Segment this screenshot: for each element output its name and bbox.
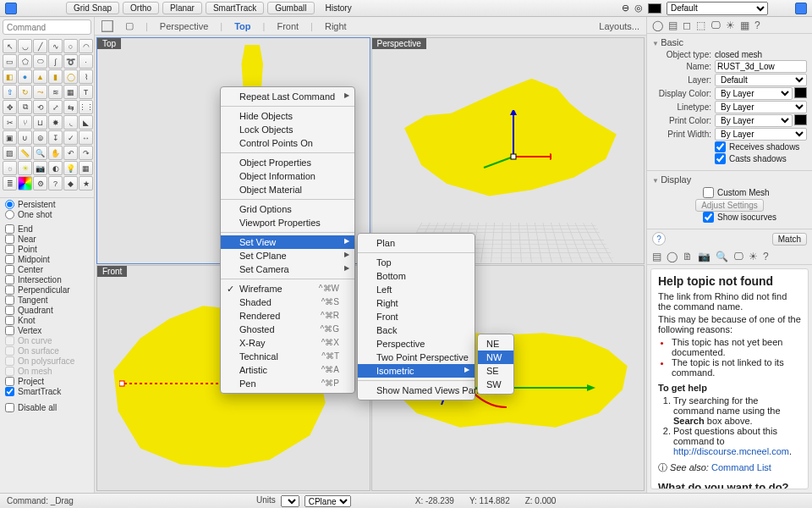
sv-iso[interactable]: Isometric	[358, 364, 475, 378]
help-button[interactable]: ?	[652, 232, 666, 246]
sv-back[interactable]: Back	[358, 323, 475, 337]
h-doc-icon[interactable]: 🗎	[683, 251, 693, 262]
iso-se[interactable]: SE	[478, 364, 513, 378]
submenu-isometric[interactable]: NE NW SE SW	[477, 334, 514, 395]
osnap-quadrant[interactable]: Quadrant	[5, 306, 89, 315]
history-label[interactable]: History	[318, 2, 359, 14]
context-menu[interactable]: Repeat Last Command Hide Objects Lock Ob…	[220, 86, 355, 394]
tool-torus[interactable]: ◯	[63, 69, 78, 84]
custom-mesh[interactable]: Custom Mesh	[703, 187, 807, 198]
tool-line[interactable]: ╱	[33, 39, 47, 53]
tool-render[interactable]: ☼	[3, 161, 17, 175]
sv-plan[interactable]: Plan	[358, 236, 475, 250]
h-disp-icon[interactable]: 🖵	[733, 251, 743, 262]
tab-top[interactable]: Top	[234, 21, 250, 31]
sv-right[interactable]: Right	[358, 296, 475, 310]
single-view-icon[interactable]: ▢	[125, 20, 134, 31]
gumball-toggle[interactable]: Gumball	[267, 2, 314, 14]
h-sun-icon[interactable]: ☀	[749, 251, 758, 262]
linetype-dropdown[interactable]: By Layer	[715, 101, 807, 113]
osnap-end[interactable]: End	[5, 224, 89, 234]
tab-perspective[interactable]: Perspective	[160, 21, 208, 31]
casts-shadows[interactable]: Casts shadows	[715, 153, 807, 164]
tool-mesh[interactable]: ▦	[79, 161, 93, 175]
tool-circle[interactable]: ○	[63, 39, 78, 53]
printcolor-dropdown[interactable]: By Layer	[715, 114, 793, 127]
tool-light[interactable]: ☀	[18, 161, 32, 175]
tool-chamfer[interactable]: ◣	[79, 115, 93, 130]
tool-rotate[interactable]: ⟲	[33, 100, 47, 114]
box-tab-icon[interactable]: ◻	[683, 19, 691, 31]
osnap-disableall[interactable]: Disable all	[5, 403, 89, 412]
mi-wireframe[interactable]: Wireframe^⌘W	[221, 282, 354, 295]
iso-sw[interactable]: SW	[478, 378, 513, 391]
tool-spiral[interactable]: ➰	[63, 54, 78, 69]
tool-group[interactable]: ▣	[3, 130, 17, 145]
osnap-intersection[interactable]: Intersection	[5, 275, 89, 284]
mi-technical[interactable]: Technical^⌘T	[221, 350, 354, 363]
tool-extrude[interactable]: ⇧	[3, 85, 17, 99]
tool-copy[interactable]: ⧉	[18, 100, 32, 114]
layouts-link[interactable]: Layouts...	[599, 21, 639, 31]
osnap-near[interactable]: Near	[5, 235, 89, 244]
units-select[interactable]	[281, 495, 299, 507]
tool-colorwheel[interactable]	[18, 176, 32, 190]
props-tab-icon[interactable]: ◯	[652, 19, 663, 31]
tool-misc2[interactable]: ★	[79, 176, 93, 190]
name-input[interactable]	[715, 60, 807, 73]
sv-namedviews[interactable]: Show Named Views Panel	[358, 384, 475, 397]
tool-patch[interactable]: ▦	[63, 85, 78, 99]
mi-repeat[interactable]: Repeat Last Command	[221, 90, 354, 103]
tool-trim[interactable]: ✂	[3, 115, 17, 130]
tool-split[interactable]: ⑂	[18, 115, 32, 130]
tool-scale[interactable]: ⤢	[48, 100, 63, 114]
planar-toggle[interactable]: Planar	[162, 2, 202, 14]
tool-join[interactable]: ⊔	[33, 115, 47, 130]
tool-cone[interactable]: ▲	[33, 69, 47, 84]
mi-setcam[interactable]: Set Camera	[221, 262, 354, 276]
mi-ghosted[interactable]: Ghosted^⌘G	[221, 323, 354, 336]
tool-pipe[interactable]: ⌇	[79, 69, 93, 84]
mi-hide[interactable]: Hide Objects	[221, 109, 354, 123]
help-tab-icon[interactable]: ?	[754, 19, 760, 31]
osnap-midpoint[interactable]: Midpoint	[5, 255, 89, 264]
cplane-select[interactable]: CPlane	[304, 495, 351, 507]
tool-misc1[interactable]: ◆	[63, 176, 78, 190]
gumball-widget[interactable]	[475, 110, 551, 169]
osnap-vertex[interactable]: Vertex	[5, 326, 89, 335]
camera-tab-icon[interactable]: ⬚	[696, 19, 705, 31]
sv-front[interactable]: Front	[358, 310, 475, 323]
h-cam-icon[interactable]: 📷	[698, 251, 710, 262]
tool-array[interactable]: ⋮⋮	[79, 100, 93, 114]
tool-move[interactable]: ✥	[3, 100, 17, 114]
cmdlist-link[interactable]: Command List	[711, 462, 771, 472]
tool-dim[interactable]: ↔	[79, 130, 93, 145]
viewport-perspective[interactable]: Perspective	[371, 37, 645, 264]
mi-setview[interactable]: Set View	[221, 235, 354, 249]
tool-box[interactable]: ◧	[3, 69, 17, 84]
tool-revolve[interactable]: ↻	[18, 85, 32, 99]
osnap-point[interactable]: Point	[5, 245, 89, 254]
grid-tab-icon[interactable]: ▦	[740, 19, 749, 31]
layer-dropdown[interactable]: Default	[715, 74, 807, 86]
display-header[interactable]: Display	[652, 174, 807, 185]
mi-shaded[interactable]: Shaded^⌘S	[221, 295, 354, 309]
tool-project[interactable]: ↧	[48, 130, 63, 145]
ortho-toggle[interactable]: Ortho	[123, 2, 159, 14]
tool-point[interactable]: ·	[79, 54, 93, 69]
mi-vprops[interactable]: Viewport Properties	[221, 216, 354, 229]
tool-undo[interactable]: ↶	[63, 146, 78, 160]
tab-front[interactable]: Front	[277, 21, 299, 31]
osnap-persistent[interactable]: Persistent	[5, 200, 89, 209]
displaycolor-swatch[interactable]	[794, 87, 807, 98]
mi-oinfo[interactable]: Object Information	[221, 169, 354, 183]
receives-shadows[interactable]: Receives shadows	[715, 141, 807, 152]
osnap-center[interactable]: Center	[5, 265, 89, 274]
tool-material[interactable]: ◐	[48, 161, 63, 175]
mi-cpon[interactable]: Control Points On	[221, 136, 354, 150]
display-tab-icon[interactable]: 🖵	[710, 19, 721, 31]
mi-rendered[interactable]: Rendered^⌘R	[221, 309, 354, 323]
tool-pointer[interactable]: ↖	[3, 39, 17, 53]
sv-persp[interactable]: Perspective	[358, 337, 475, 351]
displaycolor-dropdown[interactable]: By Layer	[715, 87, 793, 100]
